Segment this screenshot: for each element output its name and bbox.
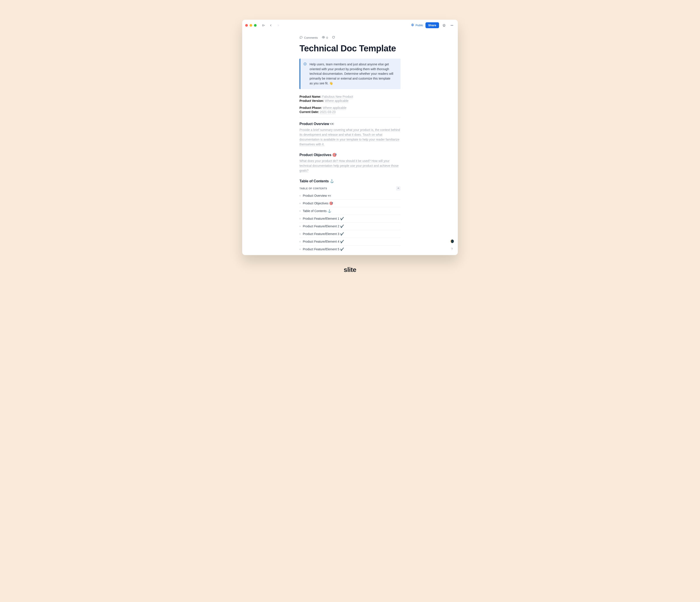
svg-marker-5 [443,24,445,27]
chevron-up-icon [397,187,400,190]
toc-item[interactable]: Product Feature/Element 5 ✔️ [299,245,401,253]
table-of-contents: TABLE OF CONTENTS Product Overview 👀 Pro… [299,185,401,253]
refresh-icon [332,36,335,40]
info-icon [303,62,307,66]
current-date-label: Current Date: [299,110,319,114]
toc-item-label: Product Feature/Element 2 ✔️ [303,225,344,228]
visibility-public-button[interactable]: Public [411,23,423,27]
toc-item-label: Product Overview 👀 [303,194,331,198]
toc-collapse-button[interactable] [396,186,401,191]
toggle-sidebar-icon[interactable] [260,23,266,28]
toc-item[interactable]: Product Overview 👀 [299,192,401,199]
toc-item[interactable]: Product Feature/Element 1 ✔️ [299,215,401,222]
product-name-version-group: Product Name: Fabulous New Product Produ… [299,95,401,103]
bullet-icon [299,233,301,235]
help-button[interactable]: ? [450,246,454,251]
comment-icon [299,36,303,40]
window-minimize-button[interactable] [250,24,252,27]
section-heading-objectives: Product Objectives 🎯 [299,153,401,157]
bullet-icon [299,249,301,250]
share-button[interactable]: Share [425,22,439,28]
globe-icon [411,23,414,27]
toc-item[interactable]: Product Feature/Element 3 ✔️ [299,230,401,238]
window-controls [245,24,257,27]
svg-point-8 [453,25,453,26]
moon-icon: 🌘 [450,239,454,243]
product-version-label: Product Version: [299,99,324,103]
product-phase-value[interactable]: Where applicable [323,106,347,109]
product-name-label: Product Name: [299,95,321,98]
views-count: 0 [326,36,328,40]
product-name-value[interactable]: Fabulous New Product [322,95,353,98]
nav-back-button[interactable] [268,23,274,28]
toc-item-label: Table of Contents ⚓ [303,209,331,213]
title-bar-right: Public Share [411,22,455,28]
eye-icon [322,36,325,40]
toc-item[interactable]: Table of Contents ⚓ [299,207,401,215]
overview-placeholder[interactable]: Provide a brief summary covering what yo… [299,128,401,147]
product-name-field: Product Name: Fabulous New Product [299,95,401,98]
document-meta-row: Comments 0 [299,36,401,40]
views-counter[interactable]: 0 [322,36,328,40]
product-phase-label: Product Phase: [299,106,322,109]
bullet-icon [299,210,301,212]
toc-label: TABLE OF CONTENTS [299,187,327,190]
title-bar-left [245,23,281,28]
toc-item-label: Product Feature/Element 1 ✔️ [303,217,344,220]
toc-list: Product Overview 👀 Product Objectives 🎯 … [299,192,401,253]
bullet-icon [299,218,301,219]
svg-point-7 [452,25,452,26]
product-version-value[interactable]: Where applicable [325,99,348,103]
bullet-icon [299,226,301,227]
nav-forward-button[interactable] [275,23,281,28]
bullet-icon [299,241,301,242]
app-window: Public Share Comments [242,20,458,255]
bullet-icon [299,195,301,196]
title-bar: Public Share [242,20,458,29]
section-divider [299,117,401,117]
toc-item-label: Product Feature/Element 4 ✔️ [303,240,344,243]
section-heading-overview: Product Overview 👀 [299,122,401,126]
page-title: Technical Doc Template [299,44,401,53]
toc-item[interactable]: Product Feature/Element 4 ✔️ [299,238,401,245]
window-zoom-button[interactable] [254,24,257,27]
favorite-button[interactable] [441,23,447,28]
comments-label: Comments [304,36,318,40]
bullet-icon [299,203,301,204]
toc-item[interactable]: Product Objectives 🎯 [299,199,401,207]
current-date-value[interactable]: 2021-03-23 [320,110,335,114]
window-close-button[interactable] [245,24,248,27]
info-callout-text: Help users, team members and just about … [309,62,393,85]
toc-header-row: TABLE OF CONTENTS [299,185,401,192]
visibility-label: Public [416,24,423,27]
refresh-button[interactable] [332,36,335,40]
product-phase-field: Product Phase: Where applicable [299,106,401,109]
svg-point-9 [323,37,324,38]
info-callout: Help users, team members and just about … [299,59,401,89]
help-icon: ? [451,247,453,251]
comments-button[interactable]: Comments [299,36,318,40]
svg-point-6 [451,25,451,26]
toc-item-label: Product Objectives 🎯 [303,202,333,205]
objectives-placeholder[interactable]: What does your product do? How should it… [299,159,401,173]
brand-logo: slite [242,266,458,273]
current-date-field: Current Date: 2021-03-23 [299,110,401,114]
section-heading-toc: Table of Contents ⚓ [299,179,401,183]
toc-item[interactable]: Product Feature/Element 2 ✔️ [299,222,401,230]
theme-toggle-button[interactable]: 🌘 [450,239,454,244]
more-options-button[interactable] [449,23,455,28]
product-version-field: Product Version: Where applicable [299,99,401,103]
toc-item-label: Product Feature/Element 3 ✔️ [303,232,344,236]
product-phase-date-group: Product Phase: Where applicable Current … [299,106,401,114]
toc-item-label: Product Feature/Element 5 ✔️ [303,247,344,251]
document-body: Comments 0 Technical Doc Template [299,29,401,253]
